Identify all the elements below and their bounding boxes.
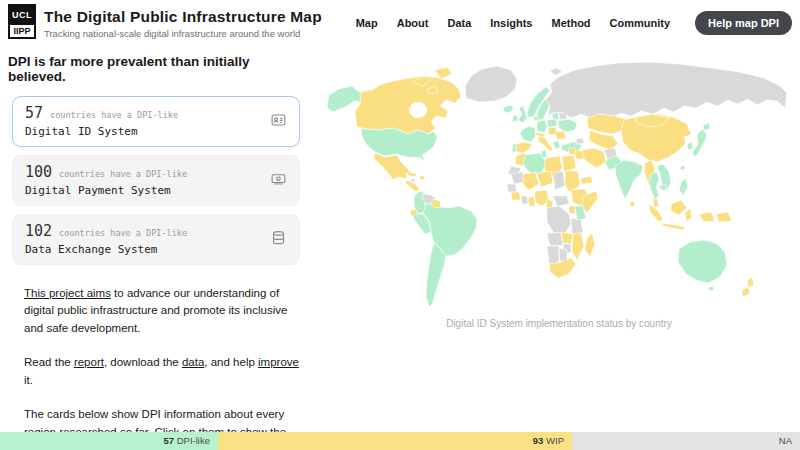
card-count: 57 <box>25 104 43 122</box>
country-sri-lanka[interactable] <box>630 201 635 207</box>
project-aims-link[interactable]: This project aims <box>24 287 111 299</box>
country-australia[interactable] <box>678 240 727 283</box>
country-tanzania[interactable] <box>571 218 583 234</box>
country-indonesia-sulawesi[interactable] <box>685 208 692 221</box>
country-ireland[interactable] <box>512 115 518 122</box>
card-caption: countries have a DPI-like <box>50 110 178 120</box>
card-system-label: Digital ID System <box>25 125 287 138</box>
country-argentina-chile[interactable] <box>426 243 446 307</box>
country-romania-balkans[interactable] <box>555 131 566 140</box>
banknote-icon <box>270 170 287 191</box>
nav-item-method[interactable]: Method <box>551 17 590 29</box>
card-system-label: Digital Payment System <box>25 184 287 197</box>
country-ghana[interactable] <box>528 197 535 206</box>
main-nav: Map About Data Insights Method Community… <box>356 11 792 35</box>
title-block: The Digital Public Infrastructure Map Tr… <box>44 8 322 39</box>
country-philippines[interactable] <box>679 178 688 195</box>
legend-segment-wip[interactable]: 93 WIP <box>218 432 572 450</box>
country-greenland[interactable] <box>465 66 517 102</box>
country-denmark[interactable] <box>534 116 538 121</box>
country-new-zealand-south[interactable] <box>742 287 750 297</box>
card-digital-id-system[interactable]: 57 countries have a DPI-like Digital ID … <box>12 96 300 147</box>
country-canada[interactable] <box>355 76 461 134</box>
country-drc[interactable] <box>547 206 571 233</box>
country-thailand[interactable] <box>649 172 659 199</box>
country-cuba[interactable] <box>407 172 417 177</box>
nav-item-map[interactable]: Map <box>356 17 378 29</box>
country-uk[interactable] <box>518 105 527 123</box>
country-madagascar[interactable] <box>585 233 595 257</box>
country-poland[interactable] <box>547 119 557 127</box>
country-ukraine[interactable] <box>558 119 577 132</box>
country-jamaica[interactable] <box>411 179 415 182</box>
country-mali[interactable] <box>523 172 539 190</box>
country-caucasus[interactable] <box>576 138 584 144</box>
improve-link[interactable]: improve <box>258 356 299 368</box>
nav-item-insights[interactable]: Insights <box>490 17 532 29</box>
card-digital-payment-system[interactable]: 100 countries have a DPI-like Digital Pa… <box>12 155 300 206</box>
country-russia[interactable] <box>546 62 787 118</box>
country-usa[interactable] <box>361 128 437 162</box>
page-title: The Digital Public Infrastructure Map <box>44 8 322 26</box>
legend-segment-dpi-like[interactable]: 57 DPI-like <box>0 432 218 450</box>
hudson-bay <box>409 102 427 118</box>
country-japan[interactable] <box>692 129 707 157</box>
map-caption: Digital ID System implementation status … <box>318 318 800 329</box>
country-india[interactable] <box>615 160 643 199</box>
card-count: 100 <box>25 163 52 181</box>
country-papua-new-guinea[interactable] <box>716 212 732 222</box>
status-legend-bar: 57 DPI-like 93 WIP NA <box>0 432 800 450</box>
country-sudan[interactable] <box>565 171 580 192</box>
country-portugal[interactable] <box>512 144 516 152</box>
help-map-dpi-button[interactable]: Help map DPI <box>695 11 792 35</box>
country-ivory-coast[interactable] <box>521 196 528 204</box>
country-taiwan[interactable] <box>680 165 685 170</box>
nav-item-data[interactable]: Data <box>447 17 471 29</box>
country-brazil[interactable] <box>423 204 477 256</box>
country-chad[interactable] <box>553 171 565 190</box>
country-greece[interactable] <box>553 141 560 149</box>
country-niger[interactable] <box>537 171 553 187</box>
country-svalbard[interactable] <box>550 68 562 75</box>
country-spain[interactable] <box>516 142 532 153</box>
country-zambia[interactable] <box>561 232 573 244</box>
country-malaysia[interactable] <box>653 198 659 208</box>
legend-segment-na[interactable]: NA <box>572 432 800 450</box>
country-indonesia-papua[interactable] <box>699 212 715 222</box>
world-map-panel: Digital ID System implementation status … <box>318 56 800 329</box>
country-guinea[interactable] <box>511 192 521 200</box>
report-link[interactable]: report <box>74 356 104 368</box>
country-syria-jordan[interactable] <box>568 148 576 155</box>
intro-paragraphs: This project aims to advance our underst… <box>24 285 300 450</box>
country-uganda[interactable] <box>569 206 575 214</box>
id-card-icon <box>270 111 287 132</box>
country-central-african-republic[interactable] <box>553 196 569 206</box>
country-hispaniola[interactable] <box>419 176 425 180</box>
card-data-exchange-system[interactable]: 102 countries have a DPI-like Data Excha… <box>12 214 300 265</box>
data-link[interactable]: data <box>182 356 204 368</box>
country-namibia[interactable] <box>547 246 559 264</box>
country-canada-islands[interactable] <box>435 67 452 79</box>
country-botswana[interactable] <box>559 248 567 261</box>
country-south-korea[interactable] <box>687 142 693 150</box>
country-iceland[interactable] <box>503 105 514 113</box>
iipp-logo-text: IIPP <box>8 23 36 39</box>
country-tunisia[interactable] <box>541 150 547 158</box>
country-tasmania[interactable] <box>708 286 714 291</box>
card-caption: countries have a DPI-like <box>59 228 187 238</box>
country-new-zealand-north[interactable] <box>747 277 754 288</box>
nav-item-community[interactable]: Community <box>610 17 671 29</box>
country-senegal[interactable] <box>507 184 517 192</box>
country-france[interactable] <box>520 126 536 142</box>
country-mozambique[interactable] <box>572 232 584 260</box>
card-caption: countries have a DPI-like <box>59 169 187 179</box>
country-indonesia-java[interactable] <box>661 223 685 230</box>
country-angola[interactable] <box>547 233 563 246</box>
country-japan-hokkaido[interactable] <box>703 123 710 130</box>
intro-paragraph-2: Read the report, download the data, and … <box>24 354 300 389</box>
country-germany[interactable] <box>537 120 547 133</box>
country-italy[interactable] <box>538 136 553 151</box>
country-cambodia[interactable] <box>660 185 666 191</box>
country-malaysia-borneo[interactable] <box>671 200 687 215</box>
nav-item-about[interactable]: About <box>397 17 429 29</box>
